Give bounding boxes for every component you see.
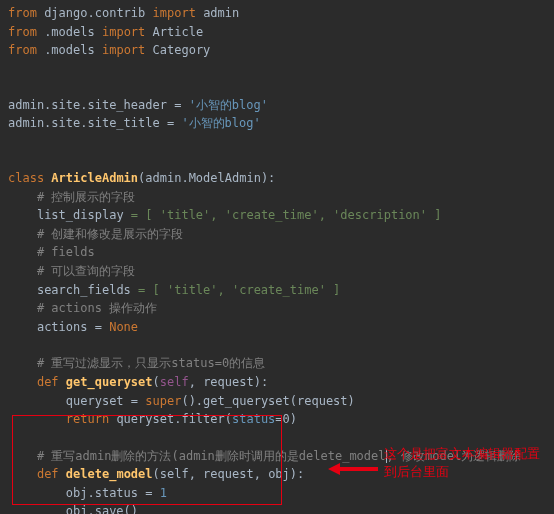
code-line: # 可以查询的字段: [8, 262, 546, 281]
code-line: def delete_model(self, request, obj):: [8, 465, 546, 484]
code-editor[interactable]: from django.contrib import admin from .m…: [0, 0, 554, 514]
code-line: from .models import Article: [8, 23, 546, 42]
code-line: obj.save(): [8, 502, 546, 514]
blank-line: [8, 133, 546, 151]
code-line: queryset = supersuper().get_queryset(req…: [8, 392, 546, 411]
code-line: # actions 操作动作: [8, 299, 546, 318]
code-line: from django.contrib import admin: [8, 4, 546, 23]
code-line: # 重写过滤显示，只显示status=0的信息: [8, 354, 546, 373]
blank-line: [8, 336, 546, 354]
blank-line: [8, 60, 546, 78]
code-line: list_display = [ 'title', 'create_time',…: [8, 206, 546, 225]
code-line: actions = None: [8, 318, 546, 337]
blank-line: [8, 151, 546, 169]
code-line: # 控制展示的字段: [8, 188, 546, 207]
code-line: obj.status = 1: [8, 484, 546, 503]
code-line: class ArticleAdmin(admin.ModelAdmin):: [8, 169, 546, 188]
code-line: return queryset.filter(status=0): [8, 410, 546, 429]
code-line: from .models import Category: [8, 41, 546, 60]
code-line: # 重写admin删除的方法(admin删除时调用的是delete_model,…: [8, 447, 546, 466]
code-line: # fields: [8, 243, 546, 262]
code-line: search_fields = [ 'title', 'create_time'…: [8, 281, 546, 300]
code-line: # 创建和修改是展示的字段: [8, 225, 546, 244]
blank-line: [8, 429, 546, 447]
code-line: admin.site.site_header = '小智的blog': [8, 96, 546, 115]
code-line: def get_queryset(self, request):: [8, 373, 546, 392]
blank-line: [8, 78, 546, 96]
code-line: admin.site.site_title = '小智的blog': [8, 114, 546, 133]
